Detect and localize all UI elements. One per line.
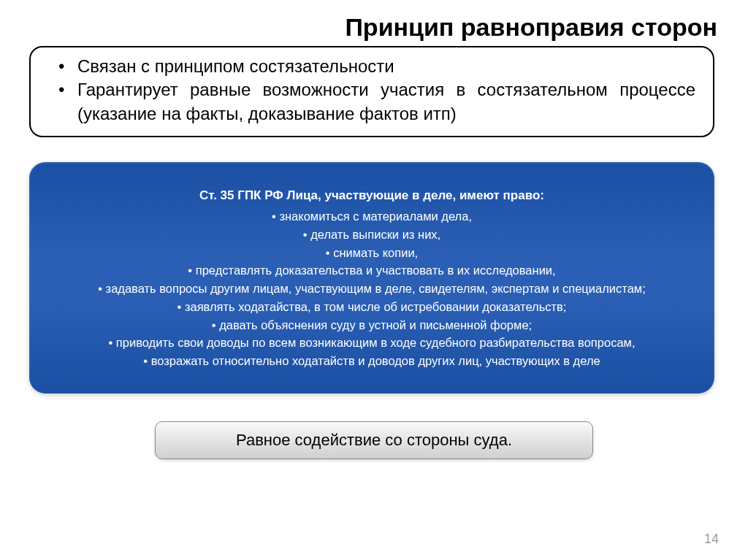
- blue-list-item: давать объяснения суду в устной и письме…: [42, 316, 701, 334]
- blue-box: Ст. 35 ГПК РФ Лица, участвующие в деле, …: [29, 162, 714, 394]
- blue-list: знакомиться с материалами дела, делать в…: [42, 207, 701, 370]
- blue-list-item: представлять доказательства и участвоват…: [42, 261, 701, 280]
- blue-list-item: делать выписки из них,: [42, 226, 701, 244]
- blue-list-item: задавать вопросы другим лицам, участвующ…: [42, 280, 701, 298]
- gray-box: Равное содействие со стороны суда.: [155, 421, 593, 459]
- blue-list-item: приводить свои доводы по всем возникающи…: [42, 334, 701, 352]
- blue-list-item: возражать относительно ходатайств и дово…: [42, 352, 701, 370]
- white-box: Связан с принципом состязательности Гара…: [29, 46, 714, 137]
- blue-list-item: снимать копии,: [42, 244, 701, 262]
- white-list-item: Связан с принципом состязательности: [77, 55, 695, 78]
- blue-list-item: знакомиться с материалами дела,: [42, 207, 701, 226]
- blue-list-item: заявлять ходатайства, в том числе об ист…: [42, 298, 701, 316]
- white-list-item: Гарантирует равные возможности участия в…: [77, 78, 695, 126]
- slide: Принцип равноправия сторон Связан с прин…: [0, 0, 748, 560]
- white-list: Связан с принципом состязательности Гара…: [48, 55, 695, 126]
- blue-heading: Ст. 35 ГПК РФ Лица, участвующие в деле, …: [42, 188, 701, 203]
- slide-title: Принцип равноправия сторон: [26, 13, 717, 42]
- page-number: 14: [704, 532, 719, 547]
